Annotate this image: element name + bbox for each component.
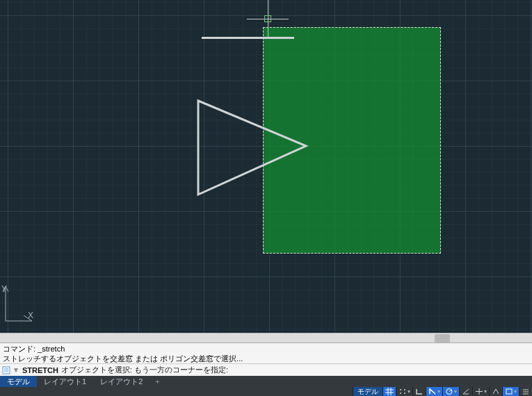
tab-layout1[interactable]: レイアウト1 (37, 376, 93, 387)
command-prompt-text: オブジェクトを選択: もう一方のコーナーを指定: (61, 365, 228, 375)
svg-text:Y: Y (1, 284, 7, 294)
ortho-icon (415, 388, 424, 395)
status-snap-toggle[interactable]: ▾ (396, 387, 412, 396)
status-otrack-toggle[interactable]: ▾ (472, 387, 489, 396)
chevron-down-icon[interactable]: ▾ (514, 388, 517, 395)
active-command-name: STRETCH (22, 366, 58, 374)
svg-rect-6 (3, 367, 10, 374)
drawn-triangle (195, 97, 313, 201)
status-isodraft-toggle[interactable]: ▾ (442, 387, 459, 396)
drawing-canvas[interactable]: Y X (0, 0, 532, 333)
chevron-down-icon[interactable]: ▼ (13, 366, 19, 374)
svg-rect-9 (385, 388, 394, 395)
svg-point-16 (400, 393, 401, 394)
command-history-cmd: _stretch (38, 345, 65, 353)
status-transparency-toggle[interactable]: ▾ (502, 387, 519, 396)
isodraft-icon (445, 388, 453, 395)
status-menu-button[interactable] (519, 387, 532, 396)
status-osnap-toggle[interactable] (459, 387, 472, 396)
chevron-down-icon[interactable]: ▾ (437, 388, 440, 395)
svg-marker-0 (198, 101, 306, 195)
drawn-line (202, 37, 294, 39)
status-polar-toggle[interactable]: ▾ (426, 387, 442, 396)
command-history: コマンド: _stretch ストレッチするオブジェクトを交差窓 または ポリゴ… (0, 343, 532, 363)
svg-point-17 (404, 393, 405, 394)
status-lineweight-toggle[interactable] (489, 387, 502, 396)
chevron-down-icon[interactable]: ▾ (408, 388, 410, 395)
command-history-label: コマンド: (3, 345, 35, 353)
scrollbar-thumb[interactable] (435, 334, 450, 343)
status-model-button[interactable]: モデル (353, 387, 382, 396)
svg-rect-24 (506, 389, 512, 394)
svg-text:X: X (28, 311, 33, 320)
ucs-icon: Y X (1, 283, 36, 325)
command-history-line2: ストレッチするオブジェクトを交差窓 または ポリゴン交差窓で選択... (3, 354, 529, 363)
status-bar: モデル ▾ ▾ ▾ ▾ ▾ (0, 387, 532, 396)
horizontal-scrollbar[interactable] (0, 333, 532, 343)
snap-icon (398, 388, 407, 395)
angle-icon (462, 388, 470, 395)
polar-icon (428, 388, 437, 395)
svg-line-20 (463, 389, 469, 394)
grid-icon (385, 388, 394, 395)
layout-tab-bar: モデル レイアウト1 レイアウト2 + (0, 376, 532, 387)
square-icon (505, 388, 513, 395)
svg-point-14 (400, 389, 401, 390)
tab-add-button[interactable]: + (150, 377, 165, 386)
chevron-down-icon[interactable]: ▾ (484, 388, 487, 395)
svg-point-15 (404, 389, 405, 390)
status-grid-toggle[interactable] (382, 387, 396, 396)
plus-icon (475, 388, 483, 395)
tab-model[interactable]: モデル (0, 376, 37, 387)
status-ortho-toggle[interactable] (412, 387, 426, 396)
chevron-down-icon[interactable]: ▾ (454, 388, 457, 395)
menu-icon (522, 388, 530, 395)
tab-layout2[interactable]: レイアウト2 (93, 376, 150, 387)
command-line[interactable]: ▼ STRETCH オブジェクトを選択: もう一方のコーナーを指定: (0, 363, 532, 376)
angle-icon (492, 388, 500, 395)
command-line-icon (1, 365, 11, 375)
